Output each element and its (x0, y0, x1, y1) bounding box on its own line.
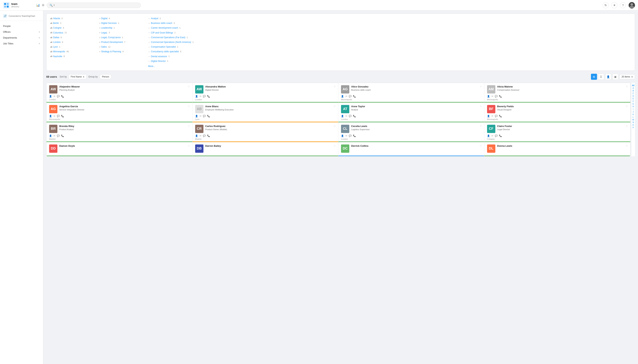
filter-job-dental[interactable]: — Dental assessor 1 (148, 55, 194, 58)
chat-icon[interactable]: 💬 (495, 134, 498, 137)
alpha-all[interactable]: All (632, 84, 634, 87)
phone-icon[interactable]: 📞 (353, 134, 356, 137)
sidebar-item-people[interactable]: People (0, 23, 43, 29)
sort-button[interactable]: First Name ∧ (69, 74, 87, 79)
star-icon[interactable]: ☆ (625, 124, 628, 127)
person-card-anne-taylor[interactable]: AT Anne Taylor Analyst ☆ 👤 ✉ 💬 📞 (338, 103, 484, 122)
filter-job-cip[interactable]: — CIP and Grant Billings 1 (148, 31, 194, 34)
phone-icon[interactable]: 📞 (499, 95, 502, 98)
filter-office-cologne[interactable]: 🏙 Cologne 3 (50, 26, 88, 30)
alpha-c[interactable]: C (632, 92, 634, 95)
person-card-anne-blanc[interactable]: AB Anne Blanc Employee Wellbeing Executi… (193, 103, 339, 122)
star-icon[interactable]: ☆ (333, 104, 336, 108)
list-view-button[interactable]: ☰ (598, 74, 604, 80)
filter-dept-leadership[interactable]: ≡ Leadership 1 (99, 26, 137, 30)
email-icon[interactable]: ✉ (54, 95, 55, 98)
items-per-page[interactable]: 20 items ∨ (619, 74, 635, 79)
star-icon[interactable]: ☆ (188, 124, 190, 127)
filter-more-link[interactable]: More... (148, 65, 194, 68)
filter-job-comp-spec[interactable]: — Compensation Specialist 1 (148, 45, 194, 49)
email-icon[interactable]: ✉ (345, 95, 347, 98)
filter-dept-legal[interactable]: ≡ LegaL 3 (99, 31, 137, 34)
email-icon[interactable]: ✉ (345, 115, 347, 118)
email-icon[interactable]: ✉ (54, 134, 55, 137)
star-icon[interactable]: ☆ (479, 124, 482, 127)
phone-icon[interactable]: 📞 (207, 134, 210, 137)
email-icon[interactable]: ✉ (200, 115, 201, 118)
chat-icon[interactable]: 💬 (495, 115, 498, 118)
star-icon[interactable]: ☆ (333, 85, 336, 88)
chat-icon[interactable]: 💬 (349, 115, 352, 118)
alpha-m[interactable]: M (632, 118, 634, 121)
settings-icon[interactable]: ⚙ (42, 4, 45, 7)
person-card-claire-foster[interactable]: CF Claire Foster Legal Director ☆ 👤 ✉ 💬 … (484, 122, 630, 142)
alpha-h[interactable]: H (632, 105, 634, 108)
chat-icon[interactable]: 💬 (203, 115, 206, 118)
profile-icon[interactable]: 👤 (195, 95, 198, 98)
email-icon[interactable]: ✉ (54, 115, 55, 118)
profile-icon[interactable]: 👤 (487, 134, 490, 137)
alpha-p[interactable]: P (632, 126, 634, 129)
alpha-o[interactable]: O (632, 124, 634, 126)
person-card-derrick-collins[interactable]: DC Derrick Collins ☆ (338, 142, 484, 156)
star-icon[interactable]: ☆ (479, 144, 482, 147)
sidebar-item-job-titles[interactable]: Job Titles ∨ (0, 41, 43, 46)
filter-office-lyon[interactable]: 🏙 Lyon 1 (50, 45, 88, 49)
alpha-i[interactable]: I (633, 108, 633, 110)
person-card-alexandra-walton[interactable]: AW Alexandra Walton Digital Director ☆ 👤… (193, 83, 339, 103)
star-icon[interactable]: ☆ (625, 104, 628, 108)
filter-job-bsc[interactable]: — Business skills coach 3 (148, 22, 194, 25)
filter-job-analyst[interactable]: — Analyst 2 (148, 17, 194, 20)
search-bar[interactable]: 🔍 (47, 3, 141, 8)
profile-icon[interactable]: 👤 (341, 134, 344, 137)
alpha-l[interactable]: L (633, 116, 634, 118)
help-button[interactable]: ? (620, 2, 626, 8)
theme-button[interactable]: ☀ (611, 2, 617, 8)
filter-dept-strategy[interactable]: ≡ Strategy & Planning 4 (99, 50, 137, 54)
alpha-n[interactable]: N (632, 121, 634, 124)
filter-office-columbus[interactable]: 🏙 Columbus 11 (50, 31, 88, 34)
group-button[interactable]: Person (100, 74, 112, 79)
profile-icon[interactable]: 👤 (49, 95, 52, 98)
email-icon[interactable]: ✉ (345, 134, 347, 137)
user-avatar[interactable] (628, 2, 635, 8)
filter-job-com-na[interactable]: — Commercial Operations (North America) … (148, 40, 194, 44)
sidebar-item-offices[interactable]: Offices ∨ (0, 29, 43, 35)
person-card-alejandro-weaver[interactable]: AW Alejandro Weaver Planning Analyst ☆ 👤… (47, 83, 193, 103)
email-icon[interactable]: ✉ (491, 115, 493, 118)
filter-office-atlanta[interactable]: 🏙 Atlanta 3 (50, 17, 88, 20)
grid-view-button[interactable]: ⊞ (591, 74, 597, 80)
alpha-j[interactable]: J (633, 110, 634, 113)
chat-icon[interactable]: 💬 (57, 95, 60, 98)
alpha-g[interactable]: G (632, 103, 634, 105)
phone-icon[interactable]: 📞 (353, 115, 356, 118)
email-icon[interactable]: ✉ (491, 134, 493, 137)
star-icon[interactable]: ☆ (333, 144, 336, 147)
alpha-f[interactable]: F (632, 100, 634, 103)
bar-chart-icon[interactable]: 📊 (36, 4, 40, 7)
filter-office-berlin[interactable]: 🏙 Berlin 2 (50, 22, 88, 25)
filter-job-digital-dir[interactable]: — Digital Director 1 (148, 60, 194, 63)
person-card-donna-lewis[interactable]: DL Donna Lewis ☆ (484, 142, 630, 156)
phone-icon[interactable]: 📞 (61, 134, 64, 137)
filter-job-com-far[interactable]: — Commercial Operations (Far East) 1 (148, 36, 194, 39)
profile-icon[interactable]: 👤 (487, 95, 490, 98)
chat-icon[interactable]: 💬 (495, 95, 498, 98)
person-view-button[interactable]: 👤 (605, 74, 611, 80)
chat-icon[interactable]: 💬 (349, 134, 352, 137)
sidebar-item-departments[interactable]: Departments ∨ (0, 35, 43, 41)
person-card-darren-bailey[interactable]: DB Darren Bailey ☆ (193, 142, 339, 156)
person-card-damon-doyle[interactable]: DD Damon Doyle ☆ (47, 142, 193, 156)
star-icon[interactable]: ☆ (479, 104, 482, 108)
phone-icon[interactable]: 📞 (499, 134, 502, 137)
filter-dept-sales[interactable]: ≡ Sales 12 (99, 45, 137, 49)
alpha-k[interactable]: K (632, 113, 634, 116)
profile-icon[interactable]: 👤 (341, 115, 344, 118)
star-icon[interactable]: ☆ (188, 85, 190, 88)
chat-icon[interactable]: 💬 (57, 115, 60, 118)
email-icon[interactable]: ✉ (200, 95, 201, 98)
star-icon[interactable]: ☆ (188, 104, 190, 108)
person-card-carlos-rodriguez[interactable]: CR Carlos Rodriguez Product Owner (Mobil… (193, 122, 339, 142)
filter-office-minneapolis[interactable]: 🏙 Minneapolis 45 (50, 50, 88, 54)
profile-icon[interactable]: 👤 (487, 115, 490, 118)
